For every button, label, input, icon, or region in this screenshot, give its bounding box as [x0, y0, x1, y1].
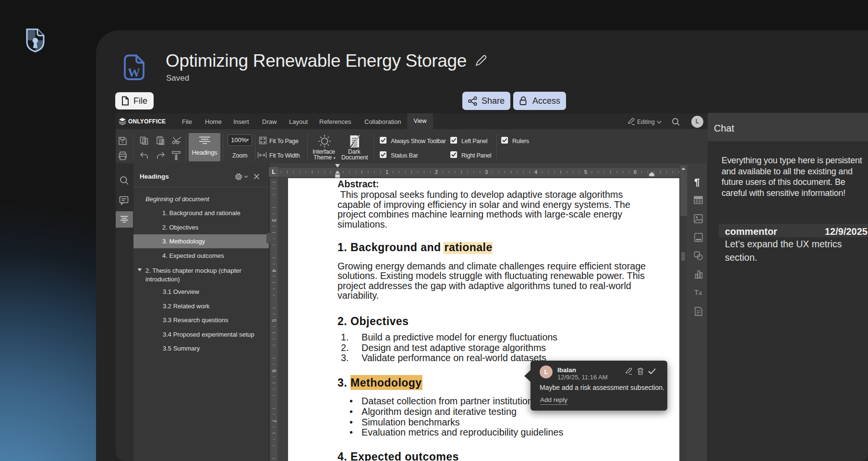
svg-text:W: W: [128, 66, 140, 80]
